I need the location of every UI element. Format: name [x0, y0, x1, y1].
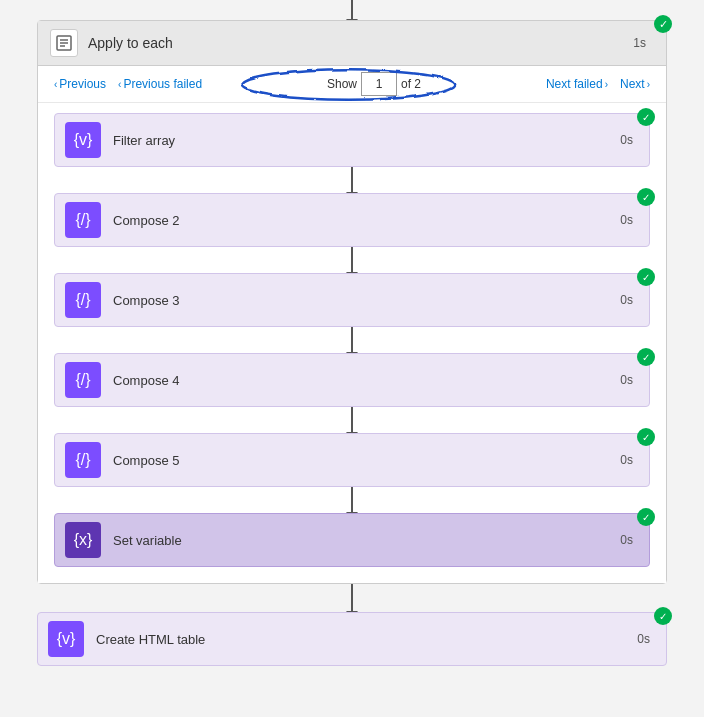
of-label: of 2 — [401, 77, 421, 91]
next-failed-button[interactable]: Next failed › — [542, 75, 612, 93]
step-time-compose-5: 0s — [620, 453, 633, 467]
step-label-compose-5: Compose 5 — [113, 453, 620, 468]
step-row-compose-3: {/} Compose 3 0s ✓ — [54, 273, 650, 327]
connector-5 — [351, 487, 353, 513]
step-success-filter-array: ✓ — [637, 108, 655, 126]
step-row-compose-4: {/} Compose 4 0s ✓ — [54, 353, 650, 407]
show-label: Show — [327, 77, 357, 91]
step-card-filter-array[interactable]: {v} Filter array 0s ✓ — [54, 113, 650, 167]
bottom-connector-arrow — [351, 584, 353, 612]
next-chevron-icon: › — [647, 79, 650, 90]
prev-failed-chevron-icon: ‹ — [118, 79, 121, 90]
connector-2 — [351, 247, 353, 273]
show-group: Show of 2 — [327, 72, 421, 96]
top-connector-arrow — [351, 0, 353, 20]
next-failed-label: Next failed — [546, 77, 603, 91]
step-icon-set-variable: {x} — [65, 522, 101, 558]
step-time-filter-array: 0s — [620, 133, 633, 147]
apply-header[interactable]: Apply to each 1s ✓ — [38, 21, 666, 66]
step-icon-compose-4: {/} — [65, 362, 101, 398]
bottom-card-create-html-table[interactable]: {v} Create HTML table 0s ✓ — [37, 612, 667, 666]
next-label: Next — [620, 77, 645, 91]
step-label-filter-array: Filter array — [113, 133, 620, 148]
bottom-step-time: 0s — [637, 632, 650, 646]
step-row-filter-array: {v} Filter array 0s ✓ — [54, 113, 650, 167]
step-card-compose-2[interactable]: {/} Compose 2 0s ✓ — [54, 193, 650, 247]
step-time-set-variable: 0s — [620, 533, 633, 547]
prev-chevron-icon: ‹ — [54, 79, 57, 90]
step-success-compose-4: ✓ — [637, 348, 655, 366]
steps-container: {v} Filter array 0s ✓ {/} Compose 2 0s ✓ — [38, 103, 666, 583]
bottom-section: {v} Create HTML table 0s ✓ — [37, 612, 667, 666]
prev-failed-button[interactable]: ‹ Previous failed — [114, 75, 206, 93]
next-failed-chevron-icon: › — [605, 79, 608, 90]
bottom-step-label: Create HTML table — [96, 632, 637, 647]
page-wrapper: Apply to each 1s ✓ ‹ Previous ‹ Previous… — [0, 0, 704, 717]
next-button[interactable]: Next › — [616, 75, 654, 93]
step-card-compose-4[interactable]: {/} Compose 4 0s ✓ — [54, 353, 650, 407]
step-label-set-variable: Set variable — [113, 533, 620, 548]
step-success-compose-2: ✓ — [637, 188, 655, 206]
nav-bar: ‹ Previous ‹ Previous failed Show of 2 N… — [38, 66, 666, 103]
bottom-step-success: ✓ — [654, 607, 672, 625]
step-label-compose-3: Compose 3 — [113, 293, 620, 308]
step-icon-filter-array: {v} — [65, 122, 101, 158]
step-success-set-variable: ✓ — [637, 508, 655, 526]
step-icon-compose-3: {/} — [65, 282, 101, 318]
step-row-compose-2: {/} Compose 2 0s ✓ — [54, 193, 650, 247]
step-label-compose-4: Compose 4 — [113, 373, 620, 388]
connector-3 — [351, 327, 353, 353]
apply-title: Apply to each — [88, 35, 633, 51]
prev-button[interactable]: ‹ Previous — [50, 75, 110, 93]
apply-header-icon — [50, 29, 78, 57]
bottom-step-icon: {v} — [48, 621, 84, 657]
step-time-compose-2: 0s — [620, 213, 633, 227]
prev-failed-label: Previous failed — [123, 77, 202, 91]
step-label-compose-2: Compose 2 — [113, 213, 620, 228]
step-time-compose-3: 0s — [620, 293, 633, 307]
step-row-set-variable: {x} Set variable 0s ✓ — [54, 513, 650, 567]
show-input[interactable] — [361, 72, 397, 96]
step-row-compose-5: {/} Compose 5 0s ✓ — [54, 433, 650, 487]
step-icon-compose-5: {/} — [65, 442, 101, 478]
step-time-compose-4: 0s — [620, 373, 633, 387]
step-card-set-variable[interactable]: {x} Set variable 0s ✓ — [54, 513, 650, 567]
apply-time-badge: 1s — [633, 36, 646, 50]
step-card-compose-5[interactable]: {/} Compose 5 0s ✓ — [54, 433, 650, 487]
connector-4 — [351, 407, 353, 433]
step-success-compose-5: ✓ — [637, 428, 655, 446]
step-card-compose-3[interactable]: {/} Compose 3 0s ✓ — [54, 273, 650, 327]
step-success-compose-3: ✓ — [637, 268, 655, 286]
apply-to-each-container: Apply to each 1s ✓ ‹ Previous ‹ Previous… — [37, 20, 667, 584]
apply-success-badge: ✓ — [654, 15, 672, 33]
connector-1 — [351, 167, 353, 193]
prev-label: Previous — [59, 77, 106, 91]
step-icon-compose-2: {/} — [65, 202, 101, 238]
